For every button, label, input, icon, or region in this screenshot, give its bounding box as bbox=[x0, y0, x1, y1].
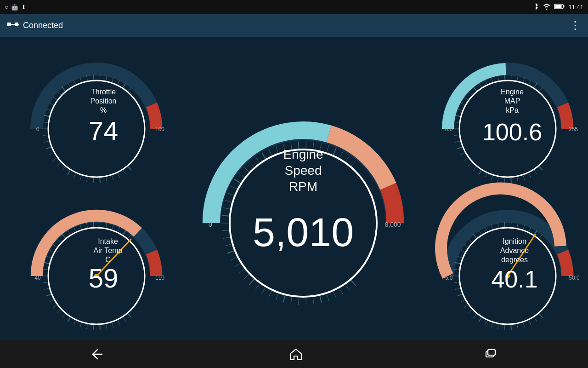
svg-line-114 bbox=[269, 291, 272, 298]
icon-android: 🤖 bbox=[11, 4, 18, 11]
svg-line-181 bbox=[44, 263, 49, 264]
ignition-advance-gauge[interactable]: Ignition Advance degrees 40.1 5.0 50.0 bbox=[423, 189, 588, 336]
svg-line-241 bbox=[523, 224, 525, 229]
svg-line-134 bbox=[244, 167, 249, 172]
svg-line-65 bbox=[491, 176, 492, 180]
home-button[interactable] bbox=[275, 343, 317, 366]
svg-line-150 bbox=[351, 161, 356, 166]
svg-line-111 bbox=[291, 297, 292, 304]
time-display: 11:41 bbox=[568, 4, 583, 11]
svg-line-191 bbox=[93, 222, 94, 227]
svg-line-242 bbox=[529, 227, 531, 232]
back-button[interactable] bbox=[77, 343, 121, 365]
svg-line-215 bbox=[498, 324, 498, 329]
svg-line-69 bbox=[468, 162, 472, 166]
svg-line-194 bbox=[112, 224, 113, 229]
svg-line-83 bbox=[479, 83, 481, 87]
svg-line-169 bbox=[80, 323, 81, 328]
svg-line-46 bbox=[118, 80, 120, 85]
svg-line-60 bbox=[523, 176, 525, 180]
svg-text:C: C bbox=[105, 256, 111, 264]
svg-line-93 bbox=[539, 87, 543, 91]
recents-button[interactable] bbox=[470, 343, 511, 365]
svg-line-106 bbox=[327, 294, 329, 301]
svg-line-73 bbox=[455, 141, 460, 143]
svg-line-162 bbox=[123, 317, 126, 322]
svg-text:50.0: 50.0 bbox=[569, 275, 580, 281]
svg-line-87 bbox=[504, 75, 505, 80]
svg-line-135 bbox=[249, 161, 254, 167]
menu-button[interactable]: ⋮ bbox=[570, 19, 581, 32]
svg-line-18 bbox=[93, 178, 94, 183]
svg-line-127 bbox=[222, 215, 229, 216]
svg-line-78 bbox=[457, 109, 462, 110]
svg-line-47 bbox=[123, 83, 126, 87]
svg-line-133 bbox=[239, 173, 245, 178]
svg-text:MAP: MAP bbox=[504, 97, 520, 105]
svg-line-109 bbox=[306, 298, 306, 305]
svg-text:degrees: degrees bbox=[501, 256, 528, 264]
svg-line-45 bbox=[112, 77, 113, 82]
svg-line-229 bbox=[457, 256, 462, 258]
svg-line-63 bbox=[504, 178, 505, 183]
svg-line-40 bbox=[80, 77, 81, 82]
svg-line-196 bbox=[123, 230, 126, 235]
svg-line-147 bbox=[333, 148, 336, 155]
svg-line-225 bbox=[454, 282, 459, 282]
svg-line-231 bbox=[464, 244, 468, 247]
svg-line-48 bbox=[128, 87, 131, 91]
svg-line-149 bbox=[345, 155, 350, 161]
svg-text:255: 255 bbox=[569, 126, 578, 132]
svg-line-168 bbox=[86, 324, 87, 329]
svg-line-24 bbox=[57, 162, 61, 166]
svg-line-176 bbox=[46, 294, 51, 296]
svg-text:Intake: Intake bbox=[98, 237, 118, 245]
svg-line-139 bbox=[276, 146, 278, 153]
svg-line-171 bbox=[68, 318, 70, 322]
svg-line-21 bbox=[74, 173, 76, 178]
svg-line-103 bbox=[345, 284, 350, 290]
svg-line-182 bbox=[46, 256, 51, 258]
svg-line-13 bbox=[123, 170, 126, 174]
svg-line-82 bbox=[473, 87, 476, 91]
svg-line-178 bbox=[43, 282, 48, 282]
svg-line-143 bbox=[306, 141, 306, 149]
svg-line-219 bbox=[473, 314, 476, 318]
svg-line-79 bbox=[460, 103, 465, 105]
svg-line-189 bbox=[80, 224, 81, 229]
svg-line-234 bbox=[479, 230, 481, 234]
svg-line-71 bbox=[460, 153, 465, 155]
svg-line-14 bbox=[118, 173, 120, 178]
svg-line-29 bbox=[43, 135, 48, 135]
svg-text:100: 100 bbox=[155, 126, 164, 132]
svg-line-36 bbox=[57, 92, 61, 95]
svg-text:0: 0 bbox=[36, 126, 40, 132]
nav-bar bbox=[0, 340, 588, 368]
svg-line-26 bbox=[49, 153, 54, 155]
icon-download: ⬇ bbox=[21, 4, 26, 11]
svg-line-167 bbox=[93, 325, 94, 330]
engine-speed-gauge[interactable]: Engine Speed RPM 5,010 0 8,000 bbox=[184, 41, 423, 336]
svg-line-59 bbox=[529, 173, 531, 178]
svg-text:0: 0 bbox=[209, 221, 212, 228]
svg-line-122 bbox=[227, 251, 234, 253]
svg-line-102 bbox=[351, 280, 356, 286]
engine-map-gauge[interactable]: Engine MAP kPa 100.6 0.0 255 bbox=[423, 41, 588, 189]
svg-line-113 bbox=[276, 293, 278, 300]
status-icons-left: ○ 🤖 ⬇ bbox=[5, 3, 26, 11]
svg-line-72 bbox=[457, 147, 462, 149]
svg-line-230 bbox=[460, 250, 465, 252]
battery-icon bbox=[554, 4, 565, 11]
svg-text:Throttle: Throttle bbox=[91, 88, 116, 96]
svg-line-117 bbox=[249, 279, 254, 285]
svg-line-216 bbox=[491, 323, 492, 328]
svg-line-15 bbox=[112, 176, 113, 180]
intake-air-temp-gauge[interactable]: Intake Air Temp C 59 -40 110 bbox=[9, 189, 184, 336]
svg-line-165 bbox=[106, 324, 107, 329]
svg-line-243 bbox=[534, 230, 537, 235]
svg-text:Engine: Engine bbox=[283, 147, 323, 161]
svg-line-91 bbox=[529, 80, 531, 85]
svg-line-130 bbox=[227, 193, 234, 196]
throttle-gauge[interactable]: // Draw ticks via JS after Throttle Posi… bbox=[9, 41, 184, 189]
svg-text:Position: Position bbox=[90, 97, 117, 105]
